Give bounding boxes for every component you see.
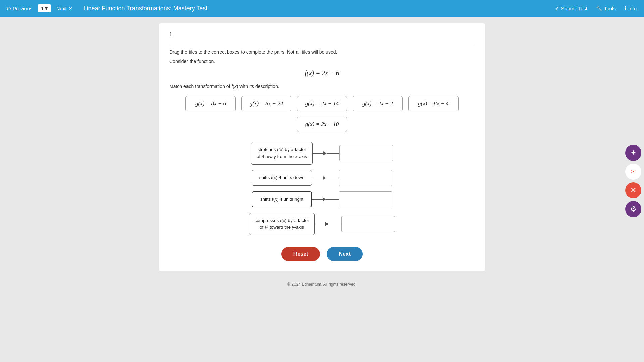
match-instruction: Match each transformation of f(x) with i… xyxy=(169,84,475,89)
close-button[interactable]: ✕ xyxy=(625,182,641,198)
function-expression: f(x) = 2x − 6 xyxy=(305,69,339,77)
top-navigation: ⊙ Previous 1 ▾ Next ⊙ Linear Function Tr… xyxy=(0,0,644,17)
match-desc-1: stretches f(x) by a factorof 4 away from… xyxy=(251,142,313,165)
next-icon: ⊙ xyxy=(68,5,73,12)
divider xyxy=(169,44,475,44)
gear-button[interactable]: ⚙ xyxy=(625,201,641,217)
arrow-3 xyxy=(312,197,339,201)
arrowhead-2 xyxy=(323,176,326,180)
match-desc-3: shifts f(x) 4 units right xyxy=(252,191,312,207)
tile-6[interactable]: g(x) = 2x − 10 xyxy=(297,117,347,132)
previous-icon: ⊙ xyxy=(7,5,11,12)
arrowhead-3 xyxy=(323,197,326,201)
question-number: 1 xyxy=(41,6,44,11)
next-label-top: Next xyxy=(56,6,67,11)
next-button-bottom[interactable]: Next xyxy=(327,247,363,261)
info-button[interactable]: ℹ Info xyxy=(621,5,640,11)
drop-zone-3[interactable] xyxy=(339,191,392,207)
previous-label: Previous xyxy=(13,6,32,11)
scissors-icon: ✂ xyxy=(631,168,636,175)
question-number-label: 1 xyxy=(169,32,475,38)
next-button-top[interactable]: Next ⊙ xyxy=(54,5,75,12)
drop-zone-1[interactable] xyxy=(339,145,393,161)
question-chevron-icon: ▾ xyxy=(45,5,48,11)
submit-label: Submit Test xyxy=(561,6,587,11)
match-row-3: shifts f(x) 4 units right xyxy=(252,191,392,207)
previous-button[interactable]: ⊙ Previous xyxy=(4,5,35,12)
ai-icon: ✦ xyxy=(630,148,636,157)
match-row-4: compresses f(x) by a factorof ¼ toward t… xyxy=(249,213,395,235)
drop-zone-4[interactable] xyxy=(341,216,395,232)
match-desc-4: compresses f(x) by a factorof ¼ toward t… xyxy=(249,213,315,235)
function-display: f(x) = 2x − 6 xyxy=(169,69,475,77)
matching-section: stretches f(x) by a factorof 4 away from… xyxy=(169,142,475,235)
tile-2[interactable]: g(x) = 8x − 24 xyxy=(241,96,291,111)
reset-button[interactable]: Reset xyxy=(281,247,320,261)
tiles-grid: g(x) = 8x − 6 g(x) = 8x − 24 g(x) = 2x −… xyxy=(169,96,475,132)
tile-4[interactable]: g(x) = 2x − 2 xyxy=(353,96,403,111)
match-row-2: shifts f(x) 4 units down xyxy=(252,170,392,186)
scissors-button[interactable]: ✂ xyxy=(625,164,641,180)
submit-test-button[interactable]: ✔ Submit Test xyxy=(552,5,591,11)
tile-5[interactable]: g(x) = 8x − 4 xyxy=(408,96,459,111)
tools-icon: 🔧 xyxy=(596,5,602,11)
page-title: Linear Function Transformations: Mastery… xyxy=(84,5,549,12)
question-number-selector[interactable]: 1 ▾ xyxy=(38,4,51,12)
question-card: 1 Drag the tiles to the correct boxes to… xyxy=(159,23,485,271)
match-desc-2: shifts f(x) 4 units down xyxy=(252,170,312,185)
tile-3[interactable]: g(x) = 2x − 14 xyxy=(297,96,347,111)
ai-assistant-button[interactable]: ✦ xyxy=(625,145,641,161)
main-area: 1 Drag the tiles to the correct boxes to… xyxy=(0,17,644,278)
arrow-2 xyxy=(312,176,339,180)
tile-1[interactable]: g(x) = 8x − 6 xyxy=(185,96,236,111)
match-row-1: stretches f(x) by a factorof 4 away from… xyxy=(251,142,393,165)
tools-label: Tools xyxy=(604,6,616,11)
submit-icon: ✔ xyxy=(555,5,559,11)
bottom-buttons: Reset Next xyxy=(169,247,475,261)
tools-button[interactable]: 🔧 Tools xyxy=(593,5,619,11)
info-label: Info xyxy=(628,6,637,11)
arrow-1 xyxy=(313,151,339,155)
arrow-4 xyxy=(315,222,341,226)
consider-text: Consider the function. xyxy=(169,59,475,64)
nav-right-section: ✔ Submit Test 🔧 Tools ℹ Info xyxy=(552,5,640,11)
gear-icon: ⚙ xyxy=(630,205,637,214)
copyright-text: © 2024 Edmentum. All rights reserved. xyxy=(287,282,357,287)
arrowhead-1 xyxy=(323,151,327,155)
arrowhead-4 xyxy=(325,222,329,226)
instruction-text: Drag the tiles to the correct boxes to c… xyxy=(169,49,475,55)
close-icon: ✕ xyxy=(630,186,636,195)
right-sidebar: ✦ ✂ ✕ ⚙ xyxy=(623,142,644,220)
info-icon: ℹ xyxy=(625,5,627,11)
footer: © 2024 Edmentum. All rights reserved. xyxy=(0,278,644,291)
drop-zone-2[interactable] xyxy=(339,170,392,186)
